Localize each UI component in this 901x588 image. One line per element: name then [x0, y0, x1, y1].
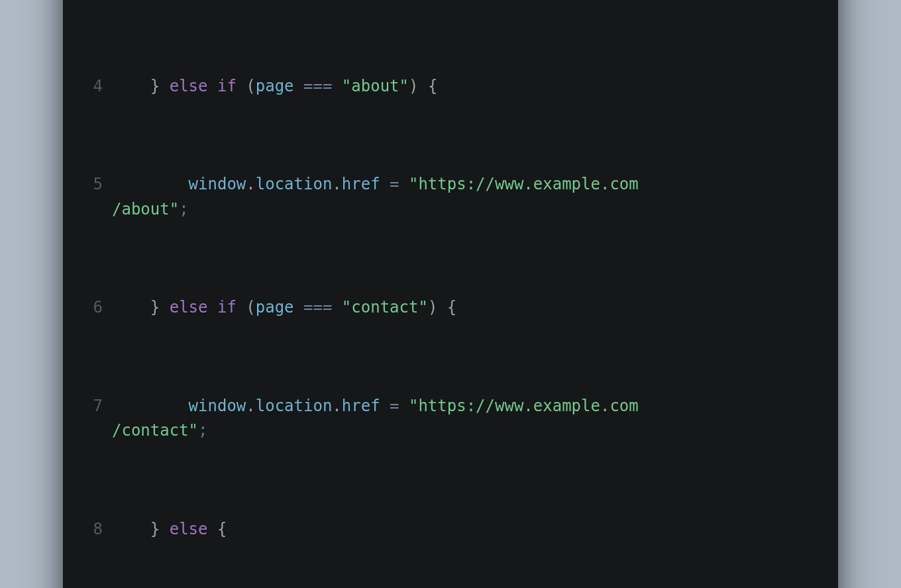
code-content: } else if (page === "contact") {: [112, 295, 818, 320]
code-window: Redirecting to Another Webpage 1 functio…: [63, 0, 838, 588]
code-line: 7 window.location.href = "https://www.ex…: [83, 394, 818, 443]
code-line: 8 } else {: [83, 517, 818, 542]
line-number: 6: [83, 295, 112, 320]
code-content: } else {: [112, 517, 818, 542]
line-number: 5: [83, 172, 112, 197]
line-number: 4: [83, 74, 112, 99]
code-content: window.location.href = "https://www.exam…: [112, 394, 818, 443]
code-line: 5 window.location.href = "https://www.ex…: [83, 172, 818, 221]
code-block: 1 function redirectToPage(page) { 2 if (…: [83, 0, 818, 588]
code-content: window.location.href = "https://www.exam…: [112, 172, 818, 221]
code-line: 4 } else if (page === "about") {: [83, 74, 818, 99]
code-line: 6 } else if (page === "contact") {: [83, 295, 818, 320]
code-content: } else if (page === "about") {: [112, 74, 818, 99]
line-number: 8: [83, 517, 112, 542]
line-number: 7: [83, 394, 112, 418]
